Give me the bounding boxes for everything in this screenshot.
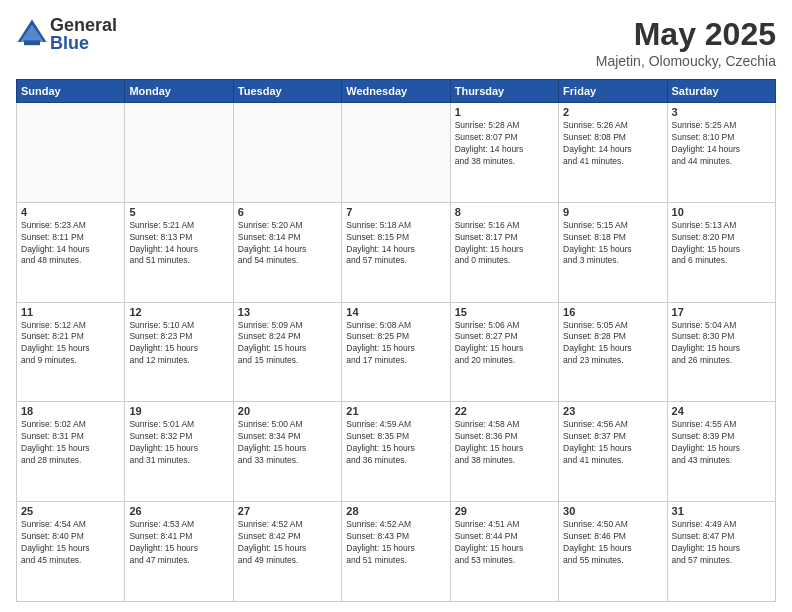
calendar-week-row: 18Sunrise: 5:02 AM Sunset: 8:31 PM Dayli… [17,402,776,502]
svg-rect-2 [24,40,40,45]
day-number: 7 [346,206,445,218]
calendar-cell: 31Sunrise: 4:49 AM Sunset: 8:47 PM Dayli… [667,502,775,602]
day-info: Sunrise: 5:12 AM Sunset: 8:21 PM Dayligh… [21,320,120,368]
day-info: Sunrise: 5:20 AM Sunset: 8:14 PM Dayligh… [238,220,337,268]
day-info: Sunrise: 5:02 AM Sunset: 8:31 PM Dayligh… [21,419,120,467]
day-info: Sunrise: 5:05 AM Sunset: 8:28 PM Dayligh… [563,320,662,368]
day-info: Sunrise: 4:49 AM Sunset: 8:47 PM Dayligh… [672,519,771,567]
calendar-cell: 8Sunrise: 5:16 AM Sunset: 8:17 PM Daylig… [450,202,558,302]
calendar-cell: 5Sunrise: 5:21 AM Sunset: 8:13 PM Daylig… [125,202,233,302]
day-number: 1 [455,106,554,118]
page: General Blue May 2025 Majetin, Olomoucky… [0,0,792,612]
calendar-week-row: 4Sunrise: 5:23 AM Sunset: 8:11 PM Daylig… [17,202,776,302]
day-info: Sunrise: 5:28 AM Sunset: 8:07 PM Dayligh… [455,120,554,168]
logo-text: General Blue [50,16,117,52]
day-info: Sunrise: 4:55 AM Sunset: 8:39 PM Dayligh… [672,419,771,467]
day-info: Sunrise: 5:08 AM Sunset: 8:25 PM Dayligh… [346,320,445,368]
day-number: 23 [563,405,662,417]
day-number: 30 [563,505,662,517]
day-number: 21 [346,405,445,417]
day-info: Sunrise: 5:21 AM Sunset: 8:13 PM Dayligh… [129,220,228,268]
day-number: 15 [455,306,554,318]
calendar-cell: 1Sunrise: 5:28 AM Sunset: 8:07 PM Daylig… [450,103,558,203]
day-number: 14 [346,306,445,318]
calendar-cell: 9Sunrise: 5:15 AM Sunset: 8:18 PM Daylig… [559,202,667,302]
day-number: 4 [21,206,120,218]
logo-icon [16,18,48,50]
calendar-cell: 21Sunrise: 4:59 AM Sunset: 8:35 PM Dayli… [342,402,450,502]
weekday-header-thursday: Thursday [450,80,558,103]
day-number: 27 [238,505,337,517]
calendar-cell: 17Sunrise: 5:04 AM Sunset: 8:30 PM Dayli… [667,302,775,402]
calendar-cell: 23Sunrise: 4:56 AM Sunset: 8:37 PM Dayli… [559,402,667,502]
day-number: 24 [672,405,771,417]
header: General Blue May 2025 Majetin, Olomoucky… [16,16,776,69]
calendar-cell: 18Sunrise: 5:02 AM Sunset: 8:31 PM Dayli… [17,402,125,502]
weekday-header-saturday: Saturday [667,80,775,103]
day-number: 12 [129,306,228,318]
calendar-week-row: 25Sunrise: 4:54 AM Sunset: 8:40 PM Dayli… [17,502,776,602]
day-info: Sunrise: 5:10 AM Sunset: 8:23 PM Dayligh… [129,320,228,368]
logo: General Blue [16,16,117,52]
calendar-cell: 27Sunrise: 4:52 AM Sunset: 8:42 PM Dayli… [233,502,341,602]
day-info: Sunrise: 5:09 AM Sunset: 8:24 PM Dayligh… [238,320,337,368]
calendar-cell: 26Sunrise: 4:53 AM Sunset: 8:41 PM Dayli… [125,502,233,602]
location: Majetin, Olomoucky, Czechia [596,53,776,69]
day-number: 18 [21,405,120,417]
day-number: 31 [672,505,771,517]
calendar-cell: 7Sunrise: 5:18 AM Sunset: 8:15 PM Daylig… [342,202,450,302]
day-info: Sunrise: 5:04 AM Sunset: 8:30 PM Dayligh… [672,320,771,368]
day-info: Sunrise: 5:15 AM Sunset: 8:18 PM Dayligh… [563,220,662,268]
day-info: Sunrise: 5:13 AM Sunset: 8:20 PM Dayligh… [672,220,771,268]
calendar-week-row: 1Sunrise: 5:28 AM Sunset: 8:07 PM Daylig… [17,103,776,203]
calendar-cell: 6Sunrise: 5:20 AM Sunset: 8:14 PM Daylig… [233,202,341,302]
day-number: 19 [129,405,228,417]
day-info: Sunrise: 5:01 AM Sunset: 8:32 PM Dayligh… [129,419,228,467]
calendar-cell [125,103,233,203]
day-info: Sunrise: 4:52 AM Sunset: 8:43 PM Dayligh… [346,519,445,567]
calendar-cell: 14Sunrise: 5:08 AM Sunset: 8:25 PM Dayli… [342,302,450,402]
calendar-cell: 2Sunrise: 5:26 AM Sunset: 8:08 PM Daylig… [559,103,667,203]
weekday-header-friday: Friday [559,80,667,103]
day-info: Sunrise: 4:59 AM Sunset: 8:35 PM Dayligh… [346,419,445,467]
day-number: 20 [238,405,337,417]
day-info: Sunrise: 4:50 AM Sunset: 8:46 PM Dayligh… [563,519,662,567]
day-info: Sunrise: 5:25 AM Sunset: 8:10 PM Dayligh… [672,120,771,168]
day-number: 9 [563,206,662,218]
day-number: 25 [21,505,120,517]
day-number: 16 [563,306,662,318]
day-number: 22 [455,405,554,417]
calendar: SundayMondayTuesdayWednesdayThursdayFrid… [16,79,776,602]
weekday-header-monday: Monday [125,80,233,103]
day-info: Sunrise: 5:06 AM Sunset: 8:27 PM Dayligh… [455,320,554,368]
day-info: Sunrise: 5:16 AM Sunset: 8:17 PM Dayligh… [455,220,554,268]
day-info: Sunrise: 4:54 AM Sunset: 8:40 PM Dayligh… [21,519,120,567]
title-section: May 2025 Majetin, Olomoucky, Czechia [596,16,776,69]
day-info: Sunrise: 5:23 AM Sunset: 8:11 PM Dayligh… [21,220,120,268]
calendar-cell: 20Sunrise: 5:00 AM Sunset: 8:34 PM Dayli… [233,402,341,502]
calendar-cell: 11Sunrise: 5:12 AM Sunset: 8:21 PM Dayli… [17,302,125,402]
calendar-cell: 19Sunrise: 5:01 AM Sunset: 8:32 PM Dayli… [125,402,233,502]
day-info: Sunrise: 4:52 AM Sunset: 8:42 PM Dayligh… [238,519,337,567]
day-number: 17 [672,306,771,318]
weekday-header-sunday: Sunday [17,80,125,103]
calendar-cell: 25Sunrise: 4:54 AM Sunset: 8:40 PM Dayli… [17,502,125,602]
weekday-header-tuesday: Tuesday [233,80,341,103]
calendar-cell: 13Sunrise: 5:09 AM Sunset: 8:24 PM Dayli… [233,302,341,402]
day-info: Sunrise: 4:56 AM Sunset: 8:37 PM Dayligh… [563,419,662,467]
day-number: 5 [129,206,228,218]
day-number: 2 [563,106,662,118]
day-number: 28 [346,505,445,517]
day-info: Sunrise: 4:58 AM Sunset: 8:36 PM Dayligh… [455,419,554,467]
day-number: 11 [21,306,120,318]
day-number: 29 [455,505,554,517]
calendar-cell [233,103,341,203]
calendar-cell [17,103,125,203]
day-info: Sunrise: 5:00 AM Sunset: 8:34 PM Dayligh… [238,419,337,467]
calendar-cell: 16Sunrise: 5:05 AM Sunset: 8:28 PM Dayli… [559,302,667,402]
calendar-cell: 29Sunrise: 4:51 AM Sunset: 8:44 PM Dayli… [450,502,558,602]
day-info: Sunrise: 5:18 AM Sunset: 8:15 PM Dayligh… [346,220,445,268]
day-info: Sunrise: 4:53 AM Sunset: 8:41 PM Dayligh… [129,519,228,567]
weekday-header-wednesday: Wednesday [342,80,450,103]
calendar-week-row: 11Sunrise: 5:12 AM Sunset: 8:21 PM Dayli… [17,302,776,402]
